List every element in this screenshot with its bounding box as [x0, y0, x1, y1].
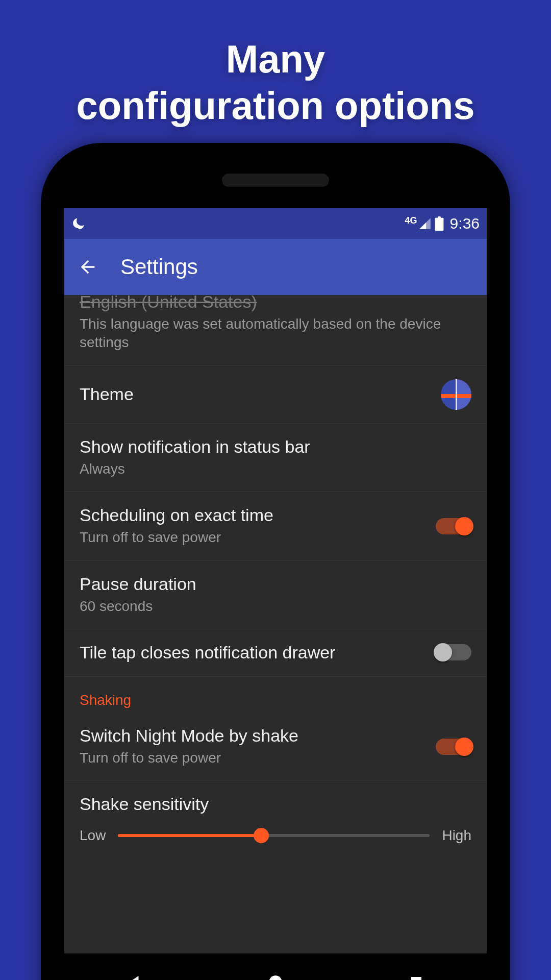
setting-shake-sensitivity-title: Shake sensitivity — [80, 794, 471, 814]
switch-thumb-icon — [455, 738, 473, 756]
switch-thumb-icon — [455, 517, 473, 535]
settings-list: English (United States) This language wa… — [64, 295, 487, 864]
slider-label-high: High — [442, 827, 471, 844]
setting-language[interactable]: English (United States) This language wa… — [64, 295, 487, 366]
setting-show-notification-value: Always — [80, 460, 471, 478]
setting-show-notification-title: Show notification in status bar — [80, 437, 471, 457]
setting-shake-switch[interactable]: Switch Night Mode by shake Turn off to s… — [64, 713, 487, 781]
setting-show-notification[interactable]: Show notification in status bar Always — [64, 424, 487, 492]
scheduling-switch[interactable] — [436, 518, 471, 534]
phone-screen: 4G 9:36 Settings English (United — [64, 208, 487, 953]
shake-switch[interactable] — [436, 739, 471, 755]
arrow-back-icon — [78, 257, 98, 277]
phone-frame: 4G 9:36 Settings English (United — [41, 143, 510, 980]
setting-pause-duration-value: 60 seconds — [80, 597, 471, 616]
setting-theme[interactable]: Theme — [64, 366, 487, 424]
switch-thumb-icon — [434, 643, 452, 662]
setting-shake-sensitivity: Shake sensitivity Low High — [64, 781, 487, 864]
svg-point-2 — [269, 975, 282, 980]
back-button[interactable] — [78, 257, 98, 277]
app-bar: Settings — [64, 239, 487, 295]
setting-tile-tap-title: Tile tap closes notification drawer — [80, 643, 425, 663]
svg-rect-0 — [435, 218, 443, 231]
promo-line-2: configuration options — [0, 82, 551, 129]
sensitivity-slider[interactable] — [118, 834, 430, 837]
nav-home-button[interactable] — [245, 967, 306, 980]
tile-tap-switch[interactable] — [436, 644, 471, 660]
status-time: 9:36 — [450, 215, 480, 232]
setting-tile-tap[interactable]: Tile tap closes notification drawer — [64, 629, 487, 676]
slider-thumb-icon — [254, 828, 269, 843]
setting-pause-duration[interactable]: Pause duration 60 seconds — [64, 561, 487, 629]
appbar-title: Settings — [120, 255, 198, 279]
signal-icon — [418, 217, 432, 230]
moon-icon — [71, 216, 86, 231]
network-4g-label: 4G — [405, 215, 417, 226]
setting-theme-title: Theme — [80, 384, 431, 404]
android-navbar — [64, 953, 487, 980]
triangle-back-icon — [126, 973, 144, 980]
nav-back-button[interactable] — [104, 967, 165, 980]
setting-language-title: English (United States) — [80, 292, 471, 312]
circle-home-icon — [267, 973, 284, 980]
setting-scheduling[interactable]: Scheduling on exact time Turn off to sav… — [64, 492, 487, 560]
section-header-shaking: Shaking — [64, 676, 487, 713]
battery-icon — [435, 216, 444, 231]
setting-shake-switch-sub: Turn off to save power — [80, 749, 425, 767]
square-recent-icon — [409, 974, 424, 980]
svg-rect-3 — [411, 977, 421, 980]
status-bar: 4G 9:36 — [64, 208, 487, 239]
slider-fill — [118, 834, 261, 837]
promo-title: Many configuration options — [0, 0, 551, 129]
promo-line-1: Many — [0, 36, 551, 82]
svg-rect-1 — [438, 216, 441, 218]
theme-preview-icon — [441, 379, 471, 410]
slider-label-low: Low — [80, 827, 106, 844]
setting-language-desc: This language was set automatically base… — [80, 315, 471, 352]
nav-recent-button[interactable] — [386, 967, 447, 980]
setting-shake-switch-title: Switch Night Mode by shake — [80, 726, 425, 746]
setting-scheduling-sub: Turn off to save power — [80, 528, 425, 547]
setting-pause-duration-title: Pause duration — [80, 574, 471, 594]
phone-speaker — [222, 174, 329, 187]
setting-scheduling-title: Scheduling on exact time — [80, 505, 425, 525]
